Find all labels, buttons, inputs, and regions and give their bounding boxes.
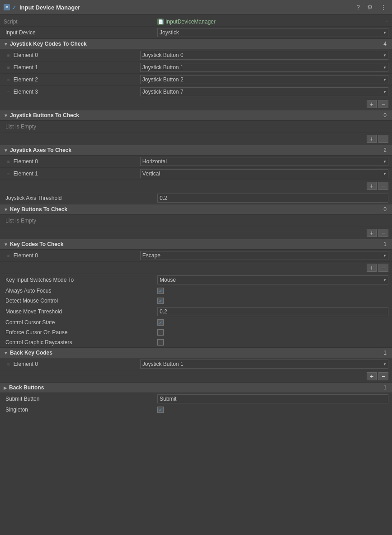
- ja-remove-button[interactable]: −: [378, 182, 388, 190]
- jkc-element-0: ≡ Element 0 Joystick Button 0: [0, 49, 392, 62]
- control-graphic-raycasters-checkbox[interactable]: [157, 339, 164, 346]
- ja-elem-label-0: Element 0: [14, 158, 140, 165]
- drag-handle-0[interactable]: ≡: [7, 53, 10, 58]
- enforce-cursor-on-pause-checkbox[interactable]: [157, 329, 164, 336]
- kc-remove-button[interactable]: −: [378, 264, 388, 272]
- kc-add-button[interactable]: +: [367, 264, 377, 272]
- jkc-dropdown-wrapper-0[interactable]: Joystick Button 0: [140, 51, 388, 60]
- control-cursor-state-label: Control Cursor State: [4, 319, 157, 326]
- key-input-switches-label: Key Input Switches Mode To: [4, 277, 157, 283]
- joystick-axis-threshold-value: 0.2: [157, 194, 388, 203]
- joystick-key-codes-header: ▼ Joystick Key Codes To Check 4: [0, 38, 392, 49]
- jb-add-remove: + −: [0, 133, 392, 145]
- ja-dropdown-0[interactable]: Horizontal: [140, 157, 388, 166]
- bkc-element-0: ≡ Element 0 Joystick Button 1: [0, 358, 392, 370]
- joystick-axis-threshold-input[interactable]: 0.2: [157, 194, 388, 203]
- ja-element-1: ≡ Element 1 Vertical: [0, 168, 392, 180]
- detect-mouse-control-checkbox[interactable]: [157, 298, 164, 304]
- back-key-codes-arrow[interactable]: ▼: [4, 350, 8, 355]
- key-codes-title: Key Codes To Check: [10, 241, 370, 247]
- input-device-dropdown-wrapper[interactable]: Joystick: [157, 28, 388, 37]
- joystick-buttons-title: Joystick Buttons To Check: [10, 112, 370, 118]
- help-button[interactable]: ?: [354, 3, 362, 12]
- panel-content: Script 📄 InputDeviceManager → Input Devi…: [0, 15, 392, 417]
- mouse-move-threshold-value: [157, 307, 388, 316]
- jkc-add-button[interactable]: +: [367, 100, 377, 108]
- jkc-elem-label-1: Element 1: [14, 64, 140, 71]
- always-auto-focus-row: Always Auto Focus: [0, 286, 392, 296]
- bkc-drag-handle-0[interactable]: ≡: [7, 362, 10, 367]
- kb-add-button[interactable]: +: [367, 229, 377, 237]
- key-input-switches-dropdown-wrapper[interactable]: Mouse: [157, 275, 388, 284]
- checkbox-icon[interactable]: ✓: [12, 4, 17, 11]
- key-input-switches-dropdown[interactable]: Mouse: [157, 275, 388, 284]
- kc-dropdown-0[interactable]: Escape: [140, 251, 388, 260]
- singleton-checkbox-cell: [157, 407, 164, 413]
- mouse-move-threshold-input[interactable]: [157, 307, 388, 316]
- submit-button-input[interactable]: [157, 394, 388, 403]
- joystick-key-codes-arrow[interactable]: ▼: [4, 42, 8, 47]
- detect-mouse-control-row: Detect Mouse Control: [0, 296, 392, 306]
- jkc-dropdown-wrapper-2[interactable]: Joystick Button 2: [140, 75, 388, 84]
- key-buttons-title: Key Buttons To Check: [10, 206, 370, 213]
- joystick-buttons-arrow[interactable]: ▼: [4, 113, 8, 118]
- control-cursor-state-checkbox-cell: [157, 319, 164, 326]
- joystick-key-codes-count: 4: [370, 41, 388, 47]
- jkc-element-3: ≡ Element 3 Joystick Button 7: [0, 86, 392, 98]
- script-arrow[interactable]: →: [384, 19, 388, 24]
- jkc-dropdown-wrapper-3[interactable]: Joystick Button 7: [140, 87, 388, 96]
- header-icons: # ✓: [4, 4, 17, 11]
- jkc-dropdown-1[interactable]: Joystick Button 1: [140, 63, 388, 72]
- joystick-buttons-header: ▼ Joystick Buttons To Check 0: [0, 110, 392, 121]
- ja-add-button[interactable]: +: [367, 182, 377, 190]
- control-cursor-state-checkbox[interactable]: [157, 319, 164, 326]
- back-buttons-arrow[interactable]: ▶: [4, 385, 7, 390]
- control-graphic-raycasters-row: Control Graphic Raycasters: [0, 337, 392, 347]
- jkc-elem-label-0: Element 0: [14, 52, 140, 58]
- bkc-dropdown-0[interactable]: Joystick Button 1: [140, 360, 388, 369]
- key-buttons-arrow[interactable]: ▼: [4, 207, 8, 212]
- jkc-dropdown-wrapper-1[interactable]: Joystick Button 1: [140, 63, 388, 72]
- joystick-buttons-count: 0: [370, 112, 388, 118]
- always-auto-focus-label: Always Auto Focus: [4, 288, 157, 294]
- key-codes-arrow[interactable]: ▼: [4, 242, 8, 247]
- always-auto-focus-checkbox[interactable]: [157, 288, 164, 294]
- bkc-remove-button[interactable]: −: [378, 372, 388, 380]
- ja-drag-handle-0[interactable]: ≡: [7, 159, 10, 164]
- control-graphic-raycasters-label: Control Graphic Raycasters: [4, 339, 157, 346]
- jkc-dropdown-3[interactable]: Joystick Button 7: [140, 87, 388, 96]
- jkc-dropdown-2[interactable]: Joystick Button 2: [140, 75, 388, 84]
- ja-add-remove: + −: [0, 180, 392, 192]
- input-device-dropdown[interactable]: Joystick: [157, 28, 388, 37]
- bkc-dropdown-wrapper-0[interactable]: Joystick Button 1: [140, 360, 388, 369]
- singleton-checkbox[interactable]: [157, 407, 164, 413]
- drag-handle-3[interactable]: ≡: [7, 90, 10, 95]
- mouse-move-threshold-row: Mouse Move Threshold: [0, 306, 392, 317]
- jkc-dropdown-0[interactable]: Joystick Button 0: [140, 51, 388, 60]
- more-button[interactable]: ⋮: [378, 3, 388, 12]
- jb-add-button[interactable]: +: [367, 135, 377, 143]
- drag-handle-2[interactable]: ≡: [7, 77, 10, 82]
- joystick-axes-arrow[interactable]: ▼: [4, 148, 8, 153]
- joystick-axes-header: ▼ Joystick Axes To Check 2: [0, 145, 392, 156]
- kc-dropdown-wrapper-0[interactable]: Escape: [140, 251, 388, 260]
- back-key-codes-title: Back Key Codes: [10, 350, 370, 356]
- kc-add-remove: + −: [0, 262, 392, 274]
- kc-element-0: ≡ Element 0 Escape: [0, 250, 392, 262]
- kb-remove-button[interactable]: −: [378, 229, 388, 237]
- mouse-move-threshold-label: Mouse Move Threshold: [4, 308, 157, 315]
- kc-drag-handle-0[interactable]: ≡: [7, 253, 10, 258]
- drag-handle-1[interactable]: ≡: [7, 65, 10, 70]
- ja-drag-handle-1[interactable]: ≡: [7, 171, 10, 176]
- joystick-axes-title: Joystick Axes To Check: [10, 147, 370, 153]
- jkc-remove-button[interactable]: −: [378, 100, 388, 108]
- detect-mouse-control-checkbox-cell: [157, 298, 164, 304]
- ja-dropdown-wrapper-0[interactable]: Horizontal: [140, 157, 388, 166]
- settings-button[interactable]: ⚙: [365, 3, 375, 12]
- joystick-axis-threshold-row: Joystick Axis Threshold 0.2: [0, 192, 392, 204]
- bkc-add-button[interactable]: +: [367, 372, 377, 380]
- ja-dropdown-1[interactable]: Vertical: [140, 169, 388, 178]
- ja-dropdown-wrapper-1[interactable]: Vertical: [140, 169, 388, 178]
- script-label: Script: [4, 19, 157, 25]
- jb-remove-button[interactable]: −: [378, 135, 388, 143]
